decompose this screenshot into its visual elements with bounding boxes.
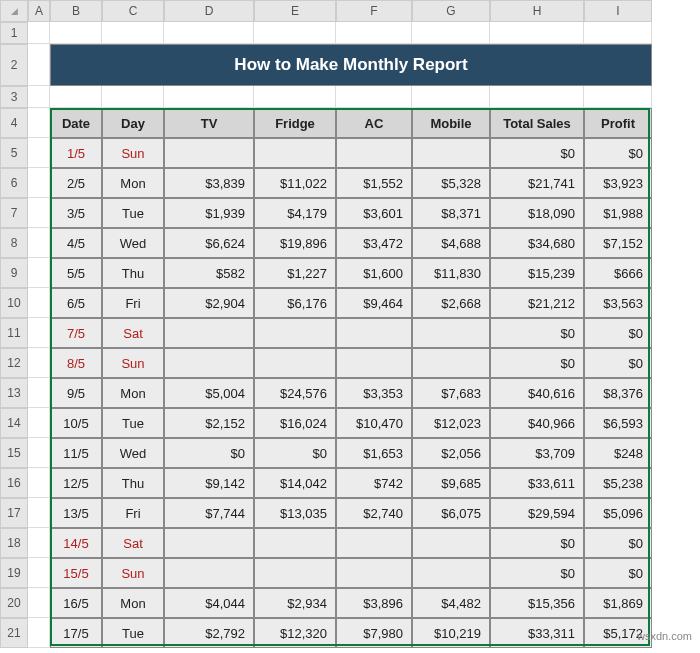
- cell-mobile[interactable]: $2,056: [412, 438, 490, 468]
- empty-cell[interactable]: [28, 468, 50, 498]
- cell-fridge[interactable]: $19,896: [254, 228, 336, 258]
- cell-fridge[interactable]: [254, 138, 336, 168]
- cell-ac[interactable]: $3,896: [336, 588, 412, 618]
- empty-cell[interactable]: [28, 378, 50, 408]
- cell-profit[interactable]: $248: [584, 438, 652, 468]
- empty-cell[interactable]: [28, 528, 50, 558]
- cell-fridge[interactable]: $16,024: [254, 408, 336, 438]
- cell-mobile[interactable]: $11,830: [412, 258, 490, 288]
- empty-cell[interactable]: [412, 86, 490, 108]
- cell-fridge[interactable]: $0: [254, 438, 336, 468]
- cell-mobile[interactable]: [412, 528, 490, 558]
- cell-tv[interactable]: [164, 318, 254, 348]
- cell-tv[interactable]: $9,142: [164, 468, 254, 498]
- cell-day[interactable]: Sun: [102, 138, 164, 168]
- cell-day[interactable]: Sat: [102, 318, 164, 348]
- cell-fridge[interactable]: $11,022: [254, 168, 336, 198]
- cell-total[interactable]: $0: [490, 528, 584, 558]
- cell-tv[interactable]: $6,624: [164, 228, 254, 258]
- empty-cell[interactable]: [254, 22, 336, 44]
- table-header-mobile[interactable]: Mobile: [412, 108, 490, 138]
- cell-date[interactable]: 10/5: [50, 408, 102, 438]
- empty-cell[interactable]: [28, 86, 50, 108]
- cell-profit[interactable]: $0: [584, 348, 652, 378]
- cell-fridge[interactable]: $6,176: [254, 288, 336, 318]
- row-header[interactable]: 7: [0, 198, 28, 228]
- report-title[interactable]: How to Make Monthly Report: [50, 44, 652, 86]
- cell-mobile[interactable]: $10,219: [412, 618, 490, 648]
- cell-tv[interactable]: $2,152: [164, 408, 254, 438]
- cell-tv[interactable]: $2,792: [164, 618, 254, 648]
- cell-profit[interactable]: $5,238: [584, 468, 652, 498]
- empty-cell[interactable]: [28, 588, 50, 618]
- table-header-fridge[interactable]: Fridge: [254, 108, 336, 138]
- cell-mobile[interactable]: [412, 348, 490, 378]
- cell-total[interactable]: $15,356: [490, 588, 584, 618]
- table-header-ac[interactable]: AC: [336, 108, 412, 138]
- empty-cell[interactable]: [28, 408, 50, 438]
- empty-cell[interactable]: [102, 22, 164, 44]
- column-header[interactable]: H: [490, 0, 584, 22]
- cell-mobile[interactable]: $7,683: [412, 378, 490, 408]
- cell-date[interactable]: 7/5: [50, 318, 102, 348]
- cell-date[interactable]: 6/5: [50, 288, 102, 318]
- cell-profit[interactable]: $3,563: [584, 288, 652, 318]
- cell-day[interactable]: Fri: [102, 498, 164, 528]
- row-header[interactable]: 9: [0, 258, 28, 288]
- cell-profit[interactable]: $7,152: [584, 228, 652, 258]
- cell-total[interactable]: $0: [490, 318, 584, 348]
- cell-fridge[interactable]: $4,179: [254, 198, 336, 228]
- cell-total[interactable]: $40,966: [490, 408, 584, 438]
- table-header-tv[interactable]: TV: [164, 108, 254, 138]
- cell-fridge[interactable]: $13,035: [254, 498, 336, 528]
- cell-tv[interactable]: $5,004: [164, 378, 254, 408]
- cell-mobile[interactable]: $8,371: [412, 198, 490, 228]
- row-header[interactable]: 14: [0, 408, 28, 438]
- row-header[interactable]: 2: [0, 44, 28, 86]
- cell-date[interactable]: 9/5: [50, 378, 102, 408]
- cell-date[interactable]: 11/5: [50, 438, 102, 468]
- cell-ac[interactable]: $1,600: [336, 258, 412, 288]
- row-header[interactable]: 15: [0, 438, 28, 468]
- table-header-day[interactable]: Day: [102, 108, 164, 138]
- cell-date[interactable]: 14/5: [50, 528, 102, 558]
- empty-cell[interactable]: [28, 198, 50, 228]
- row-header[interactable]: 18: [0, 528, 28, 558]
- empty-cell[interactable]: [164, 86, 254, 108]
- cell-mobile[interactable]: [412, 318, 490, 348]
- cell-total[interactable]: $29,594: [490, 498, 584, 528]
- row-header[interactable]: 16: [0, 468, 28, 498]
- cell-total[interactable]: $0: [490, 348, 584, 378]
- cell-fridge[interactable]: $14,042: [254, 468, 336, 498]
- row-header[interactable]: 19: [0, 558, 28, 588]
- cell-mobile[interactable]: $5,328: [412, 168, 490, 198]
- cell-day[interactable]: Tue: [102, 618, 164, 648]
- cell-profit[interactable]: $6,593: [584, 408, 652, 438]
- column-header[interactable]: F: [336, 0, 412, 22]
- cell-day[interactable]: Sun: [102, 558, 164, 588]
- cell-day[interactable]: Mon: [102, 588, 164, 618]
- empty-cell[interactable]: [50, 22, 102, 44]
- cell-fridge[interactable]: $2,934: [254, 588, 336, 618]
- cell-tv[interactable]: [164, 138, 254, 168]
- cell-date[interactable]: 17/5: [50, 618, 102, 648]
- cell-date[interactable]: 1/5: [50, 138, 102, 168]
- empty-cell[interactable]: [254, 86, 336, 108]
- cell-ac[interactable]: $2,740: [336, 498, 412, 528]
- row-header[interactable]: 21: [0, 618, 28, 648]
- cell-total[interactable]: $15,239: [490, 258, 584, 288]
- cell-ac[interactable]: $742: [336, 468, 412, 498]
- cell-fridge[interactable]: [254, 348, 336, 378]
- cell-ac[interactable]: $3,601: [336, 198, 412, 228]
- spreadsheet-grid[interactable]: ◢ABCDEFGHI123456789101112131415161718192…: [0, 0, 700, 648]
- column-header[interactable]: C: [102, 0, 164, 22]
- cell-mobile[interactable]: $4,482: [412, 588, 490, 618]
- cell-day[interactable]: Sat: [102, 528, 164, 558]
- cell-date[interactable]: 12/5: [50, 468, 102, 498]
- cell-day[interactable]: Wed: [102, 438, 164, 468]
- cell-day[interactable]: Tue: [102, 408, 164, 438]
- cell-profit[interactable]: $0: [584, 318, 652, 348]
- cell-profit[interactable]: $8,376: [584, 378, 652, 408]
- cell-ac[interactable]: $3,472: [336, 228, 412, 258]
- cell-tv[interactable]: $7,744: [164, 498, 254, 528]
